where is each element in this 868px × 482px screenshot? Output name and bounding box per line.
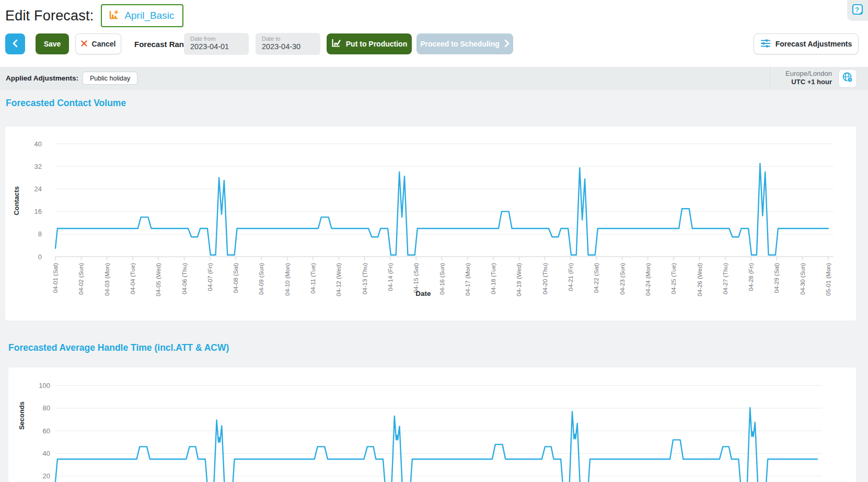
contact-volume-chart[interactable]: 081624324004-01 (Sat)04-02 (Sun)04-03 (M… xyxy=(5,127,856,320)
average-handle-time-chart[interactable]: 20406080100Seconds xyxy=(8,368,856,482)
x-tick-label: 04-16 (Sun) xyxy=(439,263,445,295)
x-tick-label: 04-27 (Thu) xyxy=(722,263,728,294)
put-to-production-label: Put to Production xyxy=(346,40,407,48)
y-tick-label: 80 xyxy=(43,404,50,412)
y-tick-label: 16 xyxy=(34,208,42,215)
x-tick-label: 04-05 (Wed) xyxy=(155,263,161,296)
forecast-line xyxy=(55,408,817,482)
y-axis-title: Contacts xyxy=(13,186,20,215)
x-tick-label: 04-25 (Tue) xyxy=(670,263,677,294)
x-tick-label: 04-21 (Fri) xyxy=(568,263,574,291)
x-tick-label: 04-12 (Wed) xyxy=(335,263,342,296)
sliders-icon xyxy=(760,39,771,50)
y-axis-title: Seconds xyxy=(18,401,26,430)
x-tick-label: 04-13 (Thu) xyxy=(362,263,368,294)
forecast-adjustments-label: Forecast Adjustments xyxy=(776,40,852,48)
timezone-region: Europe/London xyxy=(785,70,832,78)
x-tick-label: 05-01 (Mon) xyxy=(825,263,831,296)
x-tick-label: 04-20 (Thu) xyxy=(542,263,548,294)
forecast-line xyxy=(55,164,828,255)
applied-adjustments-bar: Applied Adjustments: Public holiday Euro… xyxy=(0,67,868,90)
page-title: Edit Forecast: xyxy=(5,8,94,24)
x-tick-label: 04-03 (Mon) xyxy=(104,263,110,296)
x-tick-label: 04-01 (Sat) xyxy=(52,263,59,293)
x-tick-label: 04-08 (Sat) xyxy=(233,263,239,293)
timezone-info: Europe/London UTC +1 hour xyxy=(785,70,832,86)
x-axis-title: Date xyxy=(415,290,431,297)
divider xyxy=(770,67,770,90)
toolbar: Save Cancel Forecast Range: Date from 20… xyxy=(5,33,863,55)
forecast-series-icon xyxy=(108,9,120,22)
cancel-x-icon xyxy=(81,40,87,48)
globe-icon xyxy=(842,72,853,85)
proceed-to-scheduling-button[interactable]: Proceed to Scheduling xyxy=(416,33,513,54)
x-tick-label: 04-02 (Sun) xyxy=(78,263,84,295)
help-button[interactable]: ? xyxy=(847,0,868,21)
applied-adjustments-label: Applied Adjustments: xyxy=(6,74,78,82)
forecast-name-box[interactable]: April_Basic xyxy=(101,4,183,27)
section-title-contact-volume: Forecasted Contact Volume xyxy=(6,98,126,109)
x-tick-label: 04-29 (Sat) xyxy=(773,263,780,293)
timezone-offset: UTC +1 hour xyxy=(785,78,832,86)
x-tick-label: 04-15 (Sat) xyxy=(413,263,419,293)
adjustment-chip-public-holiday[interactable]: Public holiday xyxy=(83,72,137,85)
chart-canvas[interactable]: 081624324004-01 (Sat)04-02 (Sun)04-03 (M… xyxy=(5,127,856,320)
cancel-button[interactable]: Cancel xyxy=(75,33,121,54)
chevron-left-icon xyxy=(11,39,19,49)
x-tick-label: 04-23 (Sun) xyxy=(619,263,626,295)
forecast-name-label: April_Basic xyxy=(124,10,174,21)
x-tick-label: 04-10 (Mon) xyxy=(284,263,291,296)
x-tick-label: 04-24 (Mon) xyxy=(645,263,651,296)
chevron-right-icon xyxy=(504,40,510,49)
back-button[interactable] xyxy=(5,33,25,54)
date-to-label: Date to xyxy=(262,36,314,42)
y-tick-label: 0 xyxy=(38,253,42,261)
date-from-value: 2023-04-01 xyxy=(190,42,242,51)
x-tick-label: 04-07 (Fri) xyxy=(207,263,213,291)
x-tick-label: 04-06 (Thu) xyxy=(181,263,188,294)
y-tick-label: 100 xyxy=(39,382,50,389)
chart-canvas[interactable]: 20406080100Seconds xyxy=(8,368,856,482)
y-tick-label: 24 xyxy=(34,185,42,193)
date-from-field[interactable]: Date from 2023-04-01 xyxy=(184,33,249,55)
x-tick-label: 04-17 (Mon) xyxy=(465,263,471,296)
proceed-to-scheduling-label: Proceed to Scheduling xyxy=(420,40,500,48)
y-tick-label: 32 xyxy=(34,163,42,170)
y-tick-label: 40 xyxy=(34,140,42,148)
x-tick-label: 04-18 (Tue) xyxy=(490,263,496,294)
put-to-production-button[interactable]: Put to Production xyxy=(327,33,412,54)
x-tick-label: 04-22 (Sat) xyxy=(593,263,599,293)
section-title-average-handle-time: Forecasted Average Handle Time (incl.ATT… xyxy=(8,342,229,353)
cancel-label: Cancel xyxy=(92,40,116,48)
x-tick-label: 04-19 (Wed) xyxy=(516,263,522,296)
svg-text:?: ? xyxy=(855,6,859,14)
y-tick-label: 8 xyxy=(38,230,42,238)
x-tick-label: 04-28 (Fri) xyxy=(748,263,754,291)
y-tick-label: 20 xyxy=(43,472,50,480)
x-tick-label: 04-04 (Tue) xyxy=(130,263,136,294)
date-to-value: 2023-04-30 xyxy=(262,42,314,51)
timezone-button[interactable] xyxy=(838,69,857,88)
y-tick-label: 60 xyxy=(43,427,50,435)
help-icon: ? xyxy=(851,3,864,18)
date-from-label: Date from xyxy=(190,36,242,42)
forecast-adjustments-button[interactable]: Forecast Adjustments xyxy=(754,33,859,54)
x-tick-label: 04-14 (Fri) xyxy=(387,263,394,291)
x-tick-label: 04-11 (Tue) xyxy=(310,263,316,294)
put-to-production-icon xyxy=(331,39,341,49)
page-header: Edit Forecast: April_Basic xyxy=(0,0,868,67)
x-tick-label: 04-09 (Sun) xyxy=(258,263,264,295)
save-button[interactable]: Save xyxy=(36,33,69,54)
x-tick-label: 04-30 (Sun) xyxy=(800,263,806,295)
edit-forecast-page: Edit Forecast: April_Basic xyxy=(0,0,868,482)
date-to-field[interactable]: Date to 2023-04-30 xyxy=(256,33,320,55)
y-tick-label: 40 xyxy=(43,450,50,457)
x-tick-label: 04-26 (Wed) xyxy=(697,263,703,296)
